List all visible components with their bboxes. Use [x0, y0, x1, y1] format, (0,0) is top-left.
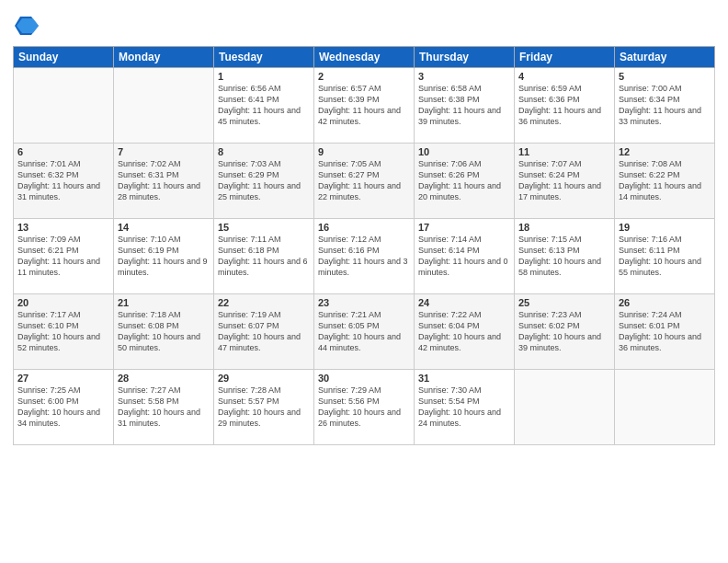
calendar: SundayMondayTuesdayWednesdayThursdayFrid…: [13, 46, 715, 445]
day-info: Sunrise: 7:28 AM Sunset: 5:57 PM Dayligh…: [218, 385, 310, 430]
calendar-cell: 14Sunrise: 7:10 AM Sunset: 6:19 PM Dayli…: [114, 219, 214, 294]
day-number: 14: [118, 222, 210, 233]
day-info: Sunrise: 7:25 AM Sunset: 6:00 PM Dayligh…: [17, 385, 109, 430]
day-info: Sunrise: 7:12 AM Sunset: 6:16 PM Dayligh…: [318, 234, 410, 279]
day-number: 23: [318, 297, 410, 308]
calendar-cell: 6Sunrise: 7:01 AM Sunset: 6:32 PM Daylig…: [14, 144, 114, 219]
week-row-4: 20Sunrise: 7:17 AM Sunset: 6:10 PM Dayli…: [14, 294, 715, 370]
calendar-cell: [114, 68, 214, 144]
calendar-cell: 2Sunrise: 6:57 AM Sunset: 6:39 PM Daylig…: [314, 68, 415, 144]
day-info: Sunrise: 7:24 AM Sunset: 6:01 PM Dayligh…: [619, 309, 711, 354]
calendar-cell: 21Sunrise: 7:18 AM Sunset: 6:08 PM Dayli…: [114, 294, 214, 370]
day-info: Sunrise: 7:16 AM Sunset: 6:11 PM Dayligh…: [619, 234, 711, 279]
day-number: 17: [418, 222, 510, 233]
calendar-cell: [14, 68, 114, 144]
calendar-cell: 9Sunrise: 7:05 AM Sunset: 6:27 PM Daylig…: [314, 144, 415, 219]
calendar-cell: 31Sunrise: 7:30 AM Sunset: 5:54 PM Dayli…: [415, 370, 515, 445]
day-number: 2: [318, 71, 410, 82]
week-row-5: 27Sunrise: 7:25 AM Sunset: 6:00 PM Dayli…: [14, 370, 715, 445]
calendar-cell: 20Sunrise: 7:17 AM Sunset: 6:10 PM Dayli…: [14, 294, 114, 370]
calendar-cell: 19Sunrise: 7:16 AM Sunset: 6:11 PM Dayli…: [615, 219, 715, 294]
day-number: 12: [619, 146, 711, 157]
calendar-cell: 28Sunrise: 7:27 AM Sunset: 5:58 PM Dayli…: [114, 370, 214, 445]
logo: [13, 13, 40, 39]
day-number: 9: [318, 146, 410, 157]
day-number: 31: [418, 373, 510, 384]
day-info: Sunrise: 7:22 AM Sunset: 6:04 PM Dayligh…: [418, 309, 510, 354]
weekday-monday: Monday: [114, 47, 214, 68]
day-info: Sunrise: 7:05 AM Sunset: 6:27 PM Dayligh…: [318, 158, 410, 203]
day-info: Sunrise: 7:23 AM Sunset: 6:02 PM Dayligh…: [518, 309, 610, 354]
weekday-thursday: Thursday: [415, 47, 515, 68]
page: SundayMondayTuesdayWednesdayThursdayFrid…: [0, 0, 728, 563]
calendar-cell: 5Sunrise: 7:00 AM Sunset: 6:34 PM Daylig…: [615, 68, 715, 144]
header: [13, 9, 715, 39]
calendar-cell: 15Sunrise: 7:11 AM Sunset: 6:18 PM Dayli…: [214, 219, 314, 294]
day-info: Sunrise: 7:17 AM Sunset: 6:10 PM Dayligh…: [17, 309, 109, 354]
calendar-cell: 4Sunrise: 6:59 AM Sunset: 6:36 PM Daylig…: [515, 68, 615, 144]
day-info: Sunrise: 7:29 AM Sunset: 5:56 PM Dayligh…: [318, 385, 410, 430]
calendar-cell: 11Sunrise: 7:07 AM Sunset: 6:24 PM Dayli…: [515, 144, 615, 219]
calendar-cell: 23Sunrise: 7:21 AM Sunset: 6:05 PM Dayli…: [314, 294, 415, 370]
day-number: 15: [218, 222, 310, 233]
weekday-sunday: Sunday: [14, 47, 114, 68]
calendar-cell: 30Sunrise: 7:29 AM Sunset: 5:56 PM Dayli…: [314, 370, 415, 445]
calendar-cell: 7Sunrise: 7:02 AM Sunset: 6:31 PM Daylig…: [114, 144, 214, 219]
calendar-cell: 26Sunrise: 7:24 AM Sunset: 6:01 PM Dayli…: [615, 294, 715, 370]
day-info: Sunrise: 6:57 AM Sunset: 6:39 PM Dayligh…: [318, 83, 410, 128]
day-info: Sunrise: 7:07 AM Sunset: 6:24 PM Dayligh…: [518, 158, 610, 203]
day-number: 5: [619, 71, 711, 82]
weekday-saturday: Saturday: [615, 47, 715, 68]
calendar-cell: 24Sunrise: 7:22 AM Sunset: 6:04 PM Dayli…: [415, 294, 515, 370]
day-info: Sunrise: 7:27 AM Sunset: 5:58 PM Dayligh…: [118, 385, 210, 430]
calendar-cell: 3Sunrise: 6:58 AM Sunset: 6:38 PM Daylig…: [415, 68, 515, 144]
calendar-cell: 12Sunrise: 7:08 AM Sunset: 6:22 PM Dayli…: [615, 144, 715, 219]
day-info: Sunrise: 7:03 AM Sunset: 6:29 PM Dayligh…: [218, 158, 310, 203]
week-row-3: 13Sunrise: 7:09 AM Sunset: 6:21 PM Dayli…: [14, 219, 715, 294]
day-number: 19: [619, 222, 711, 233]
day-info: Sunrise: 7:06 AM Sunset: 6:26 PM Dayligh…: [418, 158, 510, 203]
calendar-cell: [615, 370, 715, 445]
day-number: 13: [17, 222, 109, 233]
calendar-cell: 22Sunrise: 7:19 AM Sunset: 6:07 PM Dayli…: [214, 294, 314, 370]
day-number: 16: [318, 222, 410, 233]
day-info: Sunrise: 6:58 AM Sunset: 6:38 PM Dayligh…: [418, 83, 510, 128]
week-row-1: 1Sunrise: 6:56 AM Sunset: 6:41 PM Daylig…: [14, 68, 715, 144]
day-info: Sunrise: 7:14 AM Sunset: 6:14 PM Dayligh…: [418, 234, 510, 279]
calendar-cell: 29Sunrise: 7:28 AM Sunset: 5:57 PM Dayli…: [214, 370, 314, 445]
day-number: 8: [218, 146, 310, 157]
weekday-header-row: SundayMondayTuesdayWednesdayThursdayFrid…: [14, 47, 715, 68]
day-info: Sunrise: 7:10 AM Sunset: 6:19 PM Dayligh…: [118, 234, 210, 279]
day-info: Sunrise: 7:01 AM Sunset: 6:32 PM Dayligh…: [17, 158, 109, 203]
calendar-cell: 10Sunrise: 7:06 AM Sunset: 6:26 PM Dayli…: [415, 144, 515, 219]
day-info: Sunrise: 7:08 AM Sunset: 6:22 PM Dayligh…: [619, 158, 711, 203]
day-number: 24: [418, 297, 510, 308]
calendar-cell: 16Sunrise: 7:12 AM Sunset: 6:16 PM Dayli…: [314, 219, 415, 294]
day-number: 26: [619, 297, 711, 308]
day-number: 28: [118, 373, 210, 384]
week-row-2: 6Sunrise: 7:01 AM Sunset: 6:32 PM Daylig…: [14, 144, 715, 219]
day-number: 1: [218, 71, 310, 82]
day-number: 18: [518, 222, 610, 233]
calendar-cell: [515, 370, 615, 445]
calendar-cell: 18Sunrise: 7:15 AM Sunset: 6:13 PM Dayli…: [515, 219, 615, 294]
day-number: 6: [17, 146, 109, 157]
weekday-wednesday: Wednesday: [314, 47, 415, 68]
day-info: Sunrise: 7:21 AM Sunset: 6:05 PM Dayligh…: [318, 309, 410, 354]
day-number: 3: [418, 71, 510, 82]
calendar-cell: 17Sunrise: 7:14 AM Sunset: 6:14 PM Dayli…: [415, 219, 515, 294]
day-number: 11: [518, 146, 610, 157]
day-number: 10: [418, 146, 510, 157]
day-info: Sunrise: 7:18 AM Sunset: 6:08 PM Dayligh…: [118, 309, 210, 354]
logo-icon: [13, 13, 39, 39]
day-number: 20: [17, 297, 109, 308]
day-info: Sunrise: 6:56 AM Sunset: 6:41 PM Dayligh…: [218, 83, 310, 128]
day-number: 27: [17, 373, 109, 384]
day-info: Sunrise: 7:19 AM Sunset: 6:07 PM Dayligh…: [218, 309, 310, 354]
day-info: Sunrise: 7:30 AM Sunset: 5:54 PM Dayligh…: [418, 385, 510, 430]
day-info: Sunrise: 7:09 AM Sunset: 6:21 PM Dayligh…: [17, 234, 109, 279]
day-number: 21: [118, 297, 210, 308]
weekday-friday: Friday: [515, 47, 615, 68]
day-info: Sunrise: 6:59 AM Sunset: 6:36 PM Dayligh…: [518, 83, 610, 128]
day-number: 4: [518, 71, 610, 82]
